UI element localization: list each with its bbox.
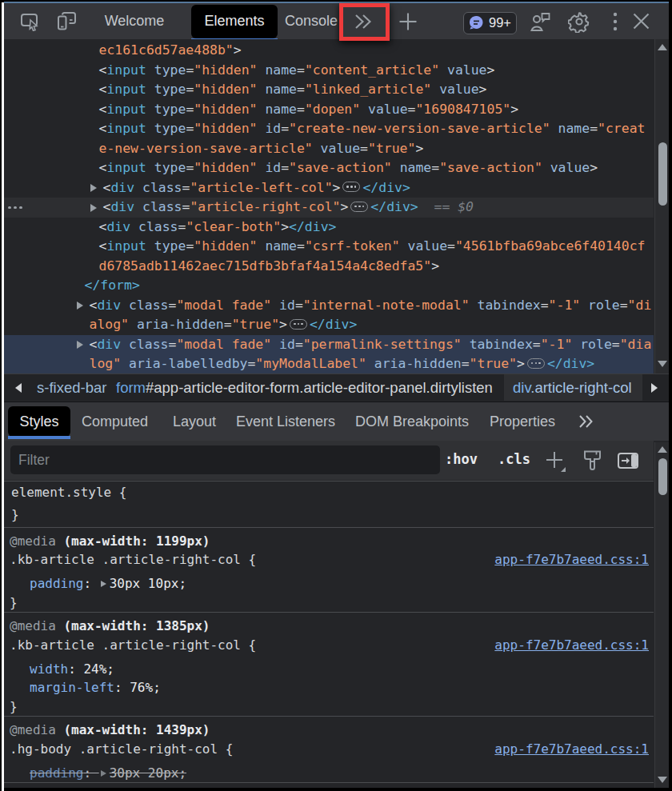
elements-scrollbar-thumb[interactable] bbox=[658, 142, 667, 206]
dom-tree-row[interactable]: ec161c6d57ae488b"> bbox=[4, 41, 654, 61]
closing-brace: } bbox=[4, 504, 654, 526]
elements-tree: ec161c6d57ae488b"><input type="hidden" n… bbox=[4, 39, 654, 374]
dom-tree-row[interactable]: <input type="hidden" name="dopen" value=… bbox=[4, 100, 654, 120]
toggle-hov-button[interactable]: :hov bbox=[445, 441, 478, 480]
tab-elements[interactable]: Elements bbox=[191, 3, 278, 39]
sidebar-tab-computed[interactable]: Computed bbox=[82, 402, 148, 441]
scroll-down-arrow-icon[interactable] bbox=[658, 361, 667, 367]
dom-tree-row[interactable]: alog" aria-hidden="true"></div> bbox=[4, 315, 654, 335]
sidebar-toggle-icon[interactable] bbox=[614, 441, 642, 480]
rule-selector[interactable]: .kb-article .article-right-col {app-f7e7… bbox=[4, 550, 654, 569]
styles-filter-input[interactable]: Filter bbox=[10, 445, 440, 474]
dom-node-text: log" aria-labelledby="myModalLabel" aria… bbox=[90, 354, 595, 374]
dom-node-text: <input type="hidden" name="dopen" value=… bbox=[99, 100, 519, 120]
more-sidebar-tabs-icon[interactable] bbox=[578, 402, 602, 441]
stylesheet-link[interactable]: app-f7e7b7aeed.css:1 bbox=[494, 636, 649, 655]
dom-tree-row[interactable]: d6785adb11462aec715dfb3bfaf4a154a4c8edfa… bbox=[4, 257, 654, 277]
hov-label: :hov bbox=[445, 451, 478, 467]
dom-tree-row[interactable]: <div class="modal fade" id="permalink-se… bbox=[4, 335, 654, 355]
dom-node-text: <input type="hidden" name="content_artic… bbox=[99, 61, 495, 81]
device-toolbar-icon[interactable] bbox=[54, 3, 79, 39]
dom-tree-row[interactable]: <input type="hidden" id="create-new-vers… bbox=[4, 119, 654, 139]
dom-node-text: d6785adb11462aec715dfb3bfaf4a154a4c8edfa… bbox=[99, 257, 440, 277]
scroll-up-arrow-icon[interactable] bbox=[658, 44, 667, 50]
style-rule-section: @media (max-width: 1199px).kb-article .a… bbox=[4, 528, 654, 613]
sidebar-tab-styles[interactable]: Styles bbox=[8, 402, 70, 441]
sidebar-tab-event-listeners[interactable]: Event Listeners bbox=[236, 402, 335, 441]
sidebar-tab-layout[interactable]: Layout bbox=[173, 402, 216, 441]
breadcrumb-item[interactable]: div.article-right-col bbox=[513, 374, 632, 401]
css-property[interactable]: width: 24%; bbox=[4, 660, 654, 679]
styles-scrollbar-thumb[interactable] bbox=[658, 458, 667, 495]
dom-tree-row[interactable]: <input type="hidden" id="save-action" na… bbox=[4, 158, 654, 178]
style-rule-section: @media (max-width: 1439px).hg-body .arti… bbox=[4, 717, 654, 783]
css-property[interactable]: padding: 30px 20px; bbox=[4, 764, 654, 783]
scroll-down-arrow-icon[interactable] bbox=[658, 777, 667, 783]
breadcrumb-scroll-right-icon[interactable] bbox=[651, 383, 658, 393]
collapsed-content-ellipsis-icon[interactable] bbox=[350, 202, 368, 212]
expand-arrow-icon[interactable] bbox=[77, 302, 83, 310]
menu-dots-icon[interactable] bbox=[607, 3, 623, 39]
dom-tree-row[interactable]: </form> bbox=[4, 276, 654, 296]
css-property[interactable]: margin-left: 76%; bbox=[4, 678, 654, 697]
dom-tree-row[interactable]: <input type="hidden" name="content_artic… bbox=[4, 61, 654, 81]
style-rule-section: element.style {} bbox=[4, 481, 654, 528]
dom-tree-row[interactable]: <div class="modal fade" id="internal-not… bbox=[4, 296, 654, 316]
breadcrumb-item[interactable]: s-fixed-bar bbox=[37, 374, 106, 401]
breadcrumb-scroll-left-icon[interactable] bbox=[15, 383, 22, 393]
expand-arrow-icon[interactable] bbox=[90, 184, 97, 192]
settings-gear-icon[interactable] bbox=[568, 3, 590, 39]
toggle-cls-button[interactable]: .cls bbox=[498, 441, 530, 480]
dom-tree-row[interactable]: <div class="clear-both"></div> bbox=[4, 218, 654, 238]
expand-arrow-icon[interactable] bbox=[90, 204, 97, 212]
tab-welcome[interactable]: Welcome bbox=[98, 3, 170, 39]
inspect-element-icon[interactable] bbox=[17, 3, 42, 39]
dom-tree-row[interactable]: <input type="hidden" name="csrf-token" v… bbox=[4, 237, 654, 257]
stylesheet-link[interactable]: app-f7e7b7aeed.css:1 bbox=[494, 740, 649, 759]
elements-scrollbar[interactable] bbox=[654, 39, 669, 374]
shorthand-expander-icon[interactable] bbox=[101, 581, 106, 587]
close-devtools-icon[interactable] bbox=[628, 3, 654, 39]
dom-node-text: <div class="modal fade" id="permalink-se… bbox=[90, 335, 652, 355]
media-query[interactable]: @media (max-width: 1439px) bbox=[4, 721, 654, 740]
closing-brace: } bbox=[4, 697, 654, 717]
dom-tree-row[interactable]: log" aria-labelledby="myModalLabel" aria… bbox=[4, 354, 654, 374]
dom-tree-row[interactable]: <input type="hidden" name="linked_articl… bbox=[4, 80, 654, 100]
shorthand-expander-icon[interactable] bbox=[101, 770, 106, 777]
breadcrumb-item[interactable]: form#app-article-editor-form.article-edi… bbox=[116, 374, 493, 401]
collapsed-content-ellipsis-icon[interactable] bbox=[290, 319, 307, 330]
new-style-rule-icon[interactable] bbox=[541, 441, 570, 480]
closing-brace: } bbox=[4, 593, 654, 613]
rule-selector[interactable]: .kb-article .article-right-col {app-f7e7… bbox=[4, 636, 654, 655]
rendering-emulation-icon[interactable] bbox=[579, 441, 605, 480]
devtools-window: Welcome Elements Console bbox=[0, 0, 672, 791]
css-property[interactable]: padding: 30px 10px; bbox=[4, 574, 654, 593]
stylesheet-link[interactable]: app-f7e7b7aeed.css:1 bbox=[494, 550, 649, 569]
add-tab-icon[interactable] bbox=[395, 3, 421, 39]
feedback-icon[interactable] bbox=[530, 3, 552, 39]
styles-pane: element.style {}@media (max-width: 1199p… bbox=[4, 481, 654, 789]
scroll-up-arrow-icon[interactable] bbox=[658, 446, 667, 453]
dom-node-text: <div class="clear-both"></div> bbox=[99, 218, 337, 238]
sidebar-tab-dom-breakpoints[interactable]: DOM Breakpoints bbox=[355, 402, 469, 441]
rule-selector[interactable]: .hg-body .article-right-col {app-f7e7b7a… bbox=[4, 740, 654, 759]
styles-scrollbar[interactable] bbox=[654, 442, 669, 788]
media-query[interactable]: @media (max-width: 1199px) bbox=[4, 532, 654, 551]
media-query[interactable]: @media (max-width: 1385px) bbox=[4, 617, 654, 636]
tab-console-label: Console bbox=[285, 13, 338, 30]
collapsed-content-ellipsis-icon[interactable] bbox=[527, 358, 545, 369]
element-style-selector[interactable]: element.style { bbox=[4, 481, 654, 504]
dom-tree-row[interactable]: e-new-version-save-article" value="true"… bbox=[4, 139, 654, 159]
dom-tree-row[interactable]: <div class="article-right-col"></div> ==… bbox=[4, 198, 654, 218]
dom-tree-row[interactable]: <div class="article-left-col"></div> bbox=[4, 178, 654, 198]
collapsed-content-ellipsis-icon[interactable] bbox=[342, 182, 360, 192]
styles-sidebar-tabs: StylesComputedLayoutEvent ListenersDOM B… bbox=[4, 401, 669, 441]
dom-node-text: <input type="hidden" name="csrf-token" v… bbox=[99, 237, 646, 257]
node-menu-dots-icon[interactable] bbox=[8, 198, 22, 218]
tab-console[interactable]: Console bbox=[285, 3, 338, 39]
expand-arrow-icon[interactable] bbox=[77, 341, 83, 349]
styles-filter-bar: Filter :hov .cls bbox=[4, 441, 654, 480]
sidebar-tab-properties[interactable]: Properties bbox=[490, 402, 555, 441]
issues-counter[interactable]: 99+ bbox=[463, 12, 517, 34]
breadcrumb-bar: s-fixed-barform#app-article-editor-form.… bbox=[4, 374, 669, 401]
